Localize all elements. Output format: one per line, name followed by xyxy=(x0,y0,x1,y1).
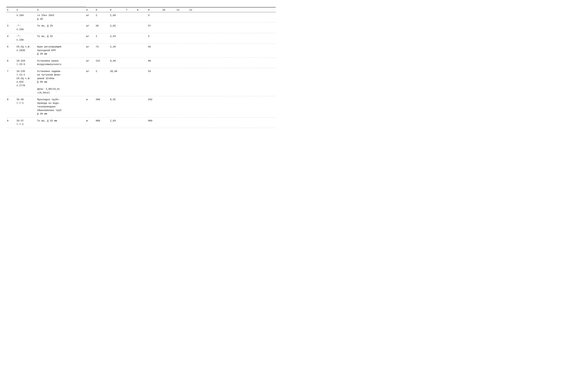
table-row: 3-"- п.I05То же, Д 25шт282,0257 xyxy=(6,23,276,33)
col-header-9: 9 xyxy=(147,9,162,11)
table-row: 9I6-37 т.7-IТо же, Д 25 ммм960I,03989 xyxy=(6,118,276,128)
header-row xyxy=(6,6,276,7)
header-subtitle xyxy=(6,6,85,6)
col-header-2: 2 xyxy=(16,9,36,11)
col-header-3: 3 xyxy=(36,9,85,11)
table-row: 4-"- п.I06То же, Д 32штI2,533 xyxy=(6,33,276,43)
col-header-6: 6 xyxy=(109,9,125,11)
col-header-4: 4 xyxy=(85,9,95,11)
table-row: 7I6-I35 т.I2-I Сб.СЦ ч.Ш п.64I п.I776Уст… xyxy=(6,68,276,97)
table-row: 5Сб.СЦ ч.Ш п.I038Кран регулирующий прохо… xyxy=(6,43,276,58)
col-header-11: II xyxy=(176,9,189,11)
col-header-8: 8 xyxy=(136,9,147,11)
col-header-7: 7 xyxy=(125,9,136,11)
column-headers-row: I 2 3 4 5 6 7 8 9 IO II I2 xyxy=(6,8,276,12)
table-row: 6I8-229 т.I5-5Установка крана воздуховып… xyxy=(6,58,276,68)
col-header-10: IO xyxy=(162,9,176,11)
table-area: п.I04го I5кч I8п2 Д 20шт2I,6933-"- п.I05… xyxy=(6,12,276,128)
col-header-12: I2 xyxy=(189,9,201,11)
col-header-5: 5 xyxy=(95,9,109,11)
table-row: п.I04го I5кч I8п2 Д 20шт2I,693 xyxy=(6,12,276,23)
col-header-1: I xyxy=(6,9,16,11)
table-row: 8I6-36 т.7-IПрокладка трубо- провода из … xyxy=(6,96,276,118)
